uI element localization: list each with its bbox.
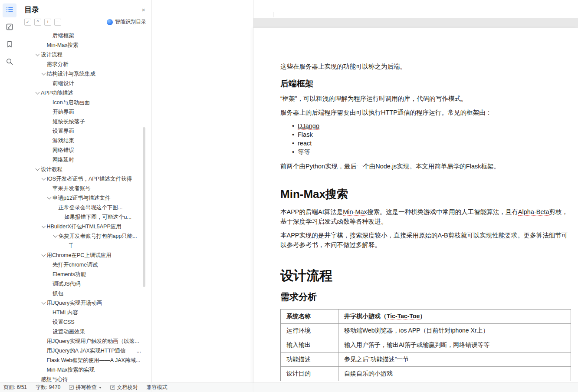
spellcheck-label: 拼写检查 [76,384,96,391]
close-icon[interactable]: × [141,7,145,13]
chevron-down-icon[interactable] [35,166,41,172]
toc-item[interactable]: 开始界面 [19,107,151,117]
heading: Min-Max搜索 [280,187,571,202]
paragraph: 服务器上的后端程序需要由可以执行HTTP通信的程序运行。常见的框架由： [280,108,571,117]
spellcheck-toggle[interactable]: ✓ 拼写检查 [69,384,102,391]
toc-item-label: 设置界面 [53,128,74,135]
toc-tool-expand-level-button[interactable]: + [44,19,51,26]
word-count[interactable]: 字数: 9470 [36,384,60,391]
requirements-table: 系统名称井字棋小游戏（Tic-Tac-Toe）运行环境移动端Web浏览器，ios… [280,309,571,381]
toc-item[interactable]: 调试JS代码 [19,279,151,289]
chevron-down-icon[interactable] [41,300,47,306]
toc-item[interactable]: 用Chrome在PC上调试应用 [19,250,151,260]
chevron-down-icon[interactable] [35,90,41,96]
toc-item[interactable]: 结构设计与系统集成 [19,69,151,79]
toc-item[interactable]: 游戏结束 [19,136,151,145]
toc-item[interactable]: Flask Web框架的使用——A JAX跨域... [19,356,151,365]
page-gap [253,18,578,28]
toc-item-label: APP功能描述 [41,89,73,97]
toc-tool-select-all-button[interactable]: ✓ [24,19,31,26]
annotation-icon [6,23,13,33]
chevron-down-icon[interactable] [99,387,102,389]
status-bar: 页面: 6/51 字数: 9470 ✓ 拼写检查 × 文档校对 兼容模式 [0,382,578,392]
toc-item[interactable]: HTML内容 [19,308,151,317]
heading: 后端框架 [280,78,571,89]
toc-item[interactable]: 用JQuery的A JAX实现HTTP通信——... [19,346,151,356]
toc-item[interactable]: APP功能描述 [19,88,151,98]
toc-item[interactable]: 千 [19,241,151,250]
toc-item-label: 短按长按落子 [53,118,85,125]
toc-item[interactable]: 需求分析 [19,59,151,69]
toc-tool-collapse-all-button[interactable]: ^ [34,19,41,26]
spellcheck-mark: A-B [438,232,448,239]
toc-item-label: 前端设计 [53,80,74,87]
toc-item[interactable]: 用JQuery实现用户触发的动画（以落... [19,336,151,346]
chevron-down-icon[interactable] [41,224,47,230]
bullet-item: 等等 [280,148,571,156]
toc-item[interactable]: 网络错误 [19,145,151,155]
table-cell-label: 运行环境 [281,324,338,338]
chevron-down-icon[interactable] [41,71,47,77]
table-row: 设计目的自娱自乐的小游戏 [281,367,571,381]
toc-item[interactable]: 如果报错下图，可能这个u... [19,212,151,222]
toc-item[interactable]: 设置动画效果 [19,327,151,336]
word-count-label: 字数: 9470 [36,384,60,391]
toc-item[interactable]: 前端设计 [19,79,151,88]
toc-item[interactable]: 设计流程 [19,50,151,59]
spellcheck-mark: ios [399,327,407,334]
paragraph: “框架”，可以粗浅的理解为程序运行时调用的库，代码的写作模式。 [280,94,571,103]
toc-item[interactable]: 正常登录会出现这个下图... [19,203,151,212]
table-cell-value: 移动端Web浏览器，ios APP（目前针对iphone Xr上） [338,324,571,338]
link[interactable]: DJango [298,122,319,130]
chevron-down-icon[interactable] [35,52,41,58]
toc-item-label: Icon与启动画面 [53,99,90,106]
toc-item[interactable]: 申请p12证书与描述文件 [19,193,151,203]
toc-item[interactable]: 设置界面 [19,126,151,136]
chevron-down-icon[interactable] [41,252,47,258]
toc-item[interactable]: IOS开发者证书，APP描述文件获得 [19,174,151,184]
toc-scrollbar[interactable] [143,127,145,287]
toc-item-label: 先打开chrome调试 [53,261,98,269]
proofread-toggle[interactable]: × 文档校对 [110,384,138,391]
toc-item[interactable]: 网络延时 [19,155,151,165]
toc-item-label: HBuilderX打包HTML5APP应用 [47,223,122,231]
document-page[interactable]: 这些在服务器上实现的功能可以称之为后端。后端框架“框架”，可以粗浅的理解为程序运… [253,28,578,392]
table-cell-value: 自娱自乐的小游戏 [338,367,571,381]
spellcheck-mark: Node.js [375,163,397,170]
toc-item[interactable]: 用JQuery实现开场动画 [19,298,151,308]
smart-identify-button[interactable]: 智能识别目录 [107,18,146,26]
toc-item-label: 用Chrome在PC上调试应用 [47,252,112,259]
proofread-label: 文档校对 [117,384,138,391]
toc-tool-buttons: ✓^+− [24,19,61,26]
toc-item[interactable]: 设置CSS [19,317,151,327]
table-row: 系统名称井字棋小游戏（Tic-Tac-Toe） [281,310,571,324]
page-content: 这些在服务器上实现的功能可以称之为后端。后端框架“框架”，可以粗浅的理解为程序运… [253,28,571,392]
chevron-down-icon[interactable] [41,176,47,182]
chevron-down-icon[interactable] [53,233,59,239]
toc-tool-collapse-level-button[interactable]: − [54,19,61,26]
toc-item[interactable]: Icon与启动画面 [19,98,151,107]
toc-item-label: 游戏结束 [53,137,74,145]
toc-item[interactable]: Min-Max搜索的实现 [19,365,151,375]
toc-item-label: Elements功能 [53,271,86,278]
outline-panel-button[interactable] [3,3,16,17]
toc-item[interactable]: 苹果开发者账号 [19,184,151,193]
bullet-item: Flask [280,130,571,139]
toc-item[interactable]: 抓包 [19,289,151,298]
search-panel-button[interactable] [3,56,16,69]
annotation-panel-button[interactable] [3,21,16,35]
toc-item[interactable]: 设计教程 [19,165,151,174]
toc-item[interactable]: 免费开发者账号打包的app只能... [19,231,151,241]
toc-item[interactable]: 短按长按落子 [19,117,151,126]
toc-item[interactable]: 后端框架 [19,31,151,40]
toc-item[interactable]: Min-Max搜索 [19,40,151,50]
toc-item[interactable]: HBuilderX打包HTML5APP应用 [19,222,151,231]
compatibility-mode[interactable]: 兼容模式 [146,384,167,391]
toc-item[interactable]: Elements功能 [19,270,151,279]
chevron-down-icon[interactable] [46,195,53,201]
paragraph: 本APP实现的是井字棋，搜索深度较小，直接采用原始的A-B剪枝就可以实现性能要求… [280,231,571,250]
page-indicator[interactable]: 页面: 6/51 [3,384,27,391]
table-row: 功能描述参见之后“功能描述”一节 [281,352,571,367]
toc-item[interactable]: 先打开chrome调试 [19,260,151,270]
bookmark-panel-button[interactable] [3,38,16,52]
